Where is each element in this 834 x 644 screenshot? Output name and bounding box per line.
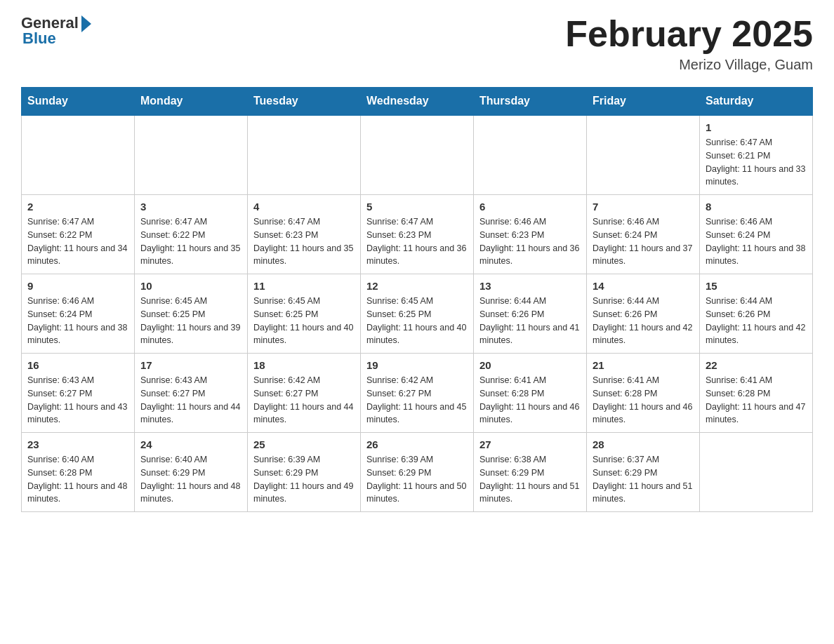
day-info: Sunrise: 6:37 AMSunset: 6:29 PMDaylight:… xyxy=(593,453,694,506)
day-number: 8 xyxy=(706,201,807,213)
calendar-cell: 8Sunrise: 6:46 AMSunset: 6:24 PMDaylight… xyxy=(700,195,813,274)
day-info: Sunrise: 6:43 AMSunset: 6:27 PMDaylight:… xyxy=(27,374,128,427)
day-info: Sunrise: 6:47 AMSunset: 6:23 PMDaylight:… xyxy=(253,215,355,268)
calendar-cell: 13Sunrise: 6:44 AMSunset: 6:26 PMDayligh… xyxy=(474,274,587,354)
calendar-cell: 6Sunrise: 6:46 AMSunset: 6:23 PMDaylight… xyxy=(474,195,587,274)
day-info: Sunrise: 6:40 AMSunset: 6:29 PMDaylight:… xyxy=(140,453,241,506)
location-subtitle: Merizo Village, Guam xyxy=(565,57,813,73)
day-number: 27 xyxy=(479,438,581,450)
calendar-cell: 17Sunrise: 6:43 AMSunset: 6:27 PMDayligh… xyxy=(135,354,248,433)
calendar-cell xyxy=(361,115,474,195)
day-number: 28 xyxy=(593,438,694,450)
day-info: Sunrise: 6:47 AMSunset: 6:22 PMDaylight:… xyxy=(140,215,241,268)
day-number: 24 xyxy=(140,438,241,450)
day-info: Sunrise: 6:45 AMSunset: 6:25 PMDaylight:… xyxy=(140,295,241,347)
page-header: General Blue February 2025 Merizo Villag… xyxy=(21,14,813,73)
day-info: Sunrise: 6:40 AMSunset: 6:28 PMDaylight:… xyxy=(27,453,128,506)
calendar-cell: 24Sunrise: 6:40 AMSunset: 6:29 PMDayligh… xyxy=(135,433,248,512)
calendar-table: SundayMondayTuesdayWednesdayThursdayFrid… xyxy=(21,87,813,512)
calendar-cell xyxy=(22,115,135,195)
day-info: Sunrise: 6:43 AMSunset: 6:27 PMDaylight:… xyxy=(140,374,241,427)
calendar-cell: 19Sunrise: 6:42 AMSunset: 6:27 PMDayligh… xyxy=(361,354,474,433)
calendar-cell xyxy=(587,115,700,195)
day-header-monday: Monday xyxy=(135,88,248,116)
calendar-week-row: 1Sunrise: 6:47 AMSunset: 6:21 PMDaylight… xyxy=(22,115,813,195)
day-header-friday: Friday xyxy=(587,88,700,116)
day-info: Sunrise: 6:42 AMSunset: 6:27 PMDaylight:… xyxy=(366,374,468,427)
day-info: Sunrise: 6:39 AMSunset: 6:29 PMDaylight:… xyxy=(253,453,355,506)
calendar-cell: 26Sunrise: 6:39 AMSunset: 6:29 PMDayligh… xyxy=(361,433,474,512)
day-number: 23 xyxy=(27,438,128,450)
day-number: 21 xyxy=(593,359,694,371)
day-info: Sunrise: 6:44 AMSunset: 6:26 PMDaylight:… xyxy=(479,295,581,347)
calendar-cell: 4Sunrise: 6:47 AMSunset: 6:23 PMDaylight… xyxy=(248,195,361,274)
calendar-cell: 7Sunrise: 6:46 AMSunset: 6:24 PMDaylight… xyxy=(587,195,700,274)
calendar-cell xyxy=(474,115,587,195)
calendar-cell: 16Sunrise: 6:43 AMSunset: 6:27 PMDayligh… xyxy=(22,354,135,433)
calendar-week-row: 23Sunrise: 6:40 AMSunset: 6:28 PMDayligh… xyxy=(22,433,813,512)
day-number: 7 xyxy=(593,201,694,213)
day-header-tuesday: Tuesday xyxy=(248,88,361,116)
title-section: February 2025 Merizo Village, Guam xyxy=(565,14,813,73)
day-info: Sunrise: 6:41 AMSunset: 6:28 PMDaylight:… xyxy=(593,374,694,427)
day-number: 1 xyxy=(706,121,807,133)
day-number: 26 xyxy=(366,438,468,450)
day-number: 4 xyxy=(253,201,355,213)
day-info: Sunrise: 6:41 AMSunset: 6:28 PMDaylight:… xyxy=(706,374,807,427)
calendar-cell: 3Sunrise: 6:47 AMSunset: 6:22 PMDaylight… xyxy=(135,195,248,274)
calendar-week-row: 2Sunrise: 6:47 AMSunset: 6:22 PMDaylight… xyxy=(22,195,813,274)
day-number: 2 xyxy=(27,201,128,213)
day-header-sunday: Sunday xyxy=(22,88,135,116)
calendar-cell: 20Sunrise: 6:41 AMSunset: 6:28 PMDayligh… xyxy=(474,354,587,433)
day-info: Sunrise: 6:45 AMSunset: 6:25 PMDaylight:… xyxy=(366,295,468,347)
day-header-wednesday: Wednesday xyxy=(361,88,474,116)
calendar-cell xyxy=(135,115,248,195)
day-info: Sunrise: 6:47 AMSunset: 6:21 PMDaylight:… xyxy=(706,136,807,189)
day-info: Sunrise: 6:44 AMSunset: 6:26 PMDaylight:… xyxy=(706,295,807,347)
day-info: Sunrise: 6:46 AMSunset: 6:24 PMDaylight:… xyxy=(593,215,694,268)
calendar-cell: 22Sunrise: 6:41 AMSunset: 6:28 PMDayligh… xyxy=(700,354,813,433)
calendar-cell: 14Sunrise: 6:44 AMSunset: 6:26 PMDayligh… xyxy=(587,274,700,354)
day-number: 6 xyxy=(479,201,581,213)
day-info: Sunrise: 6:46 AMSunset: 6:23 PMDaylight:… xyxy=(479,215,581,268)
logo-blue-text: Blue xyxy=(22,29,56,48)
logo: General Blue xyxy=(21,14,91,48)
calendar-cell: 23Sunrise: 6:40 AMSunset: 6:28 PMDayligh… xyxy=(22,433,135,512)
day-number: 11 xyxy=(253,280,355,292)
day-number: 17 xyxy=(140,359,241,371)
day-info: Sunrise: 6:46 AMSunset: 6:24 PMDaylight:… xyxy=(706,215,807,268)
calendar-cell: 28Sunrise: 6:37 AMSunset: 6:29 PMDayligh… xyxy=(587,433,700,512)
day-number: 19 xyxy=(366,359,468,371)
day-number: 25 xyxy=(253,438,355,450)
day-info: Sunrise: 6:47 AMSunset: 6:22 PMDaylight:… xyxy=(27,215,128,268)
calendar-cell xyxy=(248,115,361,195)
calendar-cell: 1Sunrise: 6:47 AMSunset: 6:21 PMDaylight… xyxy=(700,115,813,195)
calendar-cell xyxy=(700,433,813,512)
day-info: Sunrise: 6:41 AMSunset: 6:28 PMDaylight:… xyxy=(479,374,581,427)
calendar-header-row: SundayMondayTuesdayWednesdayThursdayFrid… xyxy=(22,88,813,116)
logo-arrow-icon xyxy=(81,15,91,32)
calendar-cell: 25Sunrise: 6:39 AMSunset: 6:29 PMDayligh… xyxy=(248,433,361,512)
calendar-cell: 9Sunrise: 6:46 AMSunset: 6:24 PMDaylight… xyxy=(22,274,135,354)
day-info: Sunrise: 6:47 AMSunset: 6:23 PMDaylight:… xyxy=(366,215,468,268)
calendar-cell: 27Sunrise: 6:38 AMSunset: 6:29 PMDayligh… xyxy=(474,433,587,512)
calendar-cell: 10Sunrise: 6:45 AMSunset: 6:25 PMDayligh… xyxy=(135,274,248,354)
day-header-thursday: Thursday xyxy=(474,88,587,116)
calendar-cell: 5Sunrise: 6:47 AMSunset: 6:23 PMDaylight… xyxy=(361,195,474,274)
day-number: 12 xyxy=(366,280,468,292)
day-number: 18 xyxy=(253,359,355,371)
calendar-cell: 12Sunrise: 6:45 AMSunset: 6:25 PMDayligh… xyxy=(361,274,474,354)
month-title: February 2025 xyxy=(565,14,813,54)
calendar-cell: 18Sunrise: 6:42 AMSunset: 6:27 PMDayligh… xyxy=(248,354,361,433)
day-number: 5 xyxy=(366,201,468,213)
day-info: Sunrise: 6:45 AMSunset: 6:25 PMDaylight:… xyxy=(253,295,355,347)
day-header-saturday: Saturday xyxy=(700,88,813,116)
calendar-cell: 2Sunrise: 6:47 AMSunset: 6:22 PMDaylight… xyxy=(22,195,135,274)
day-number: 14 xyxy=(593,280,694,292)
calendar-week-row: 16Sunrise: 6:43 AMSunset: 6:27 PMDayligh… xyxy=(22,354,813,433)
day-info: Sunrise: 6:42 AMSunset: 6:27 PMDaylight:… xyxy=(253,374,355,427)
day-number: 3 xyxy=(140,201,241,213)
day-info: Sunrise: 6:38 AMSunset: 6:29 PMDaylight:… xyxy=(479,453,581,506)
day-info: Sunrise: 6:44 AMSunset: 6:26 PMDaylight:… xyxy=(593,295,694,347)
day-number: 16 xyxy=(27,359,128,371)
